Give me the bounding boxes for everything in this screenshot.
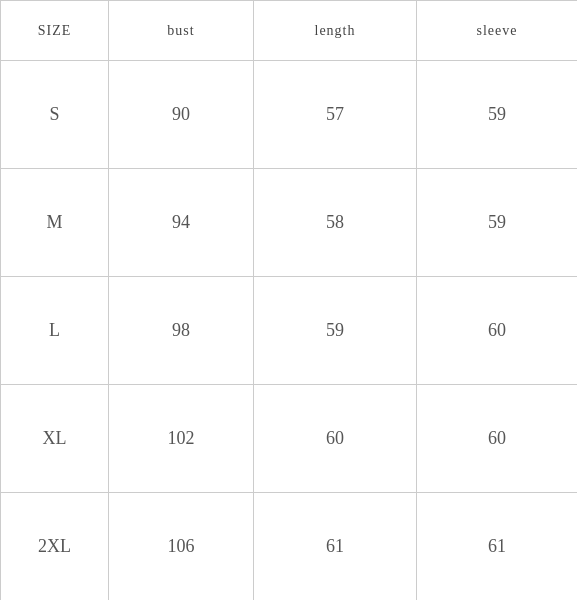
table-row: 2XL1066161 <box>1 493 578 601</box>
cell-bust: 90 <box>109 61 254 169</box>
header-sleeve: sleeve <box>417 1 578 61</box>
cell-size: XL <box>1 385 109 493</box>
cell-length: 58 <box>254 169 417 277</box>
cell-sleeve: 59 <box>417 61 578 169</box>
cell-length: 59 <box>254 277 417 385</box>
header-bust: bust <box>109 1 254 61</box>
cell-sleeve: 60 <box>417 385 578 493</box>
table-row: L985960 <box>1 277 578 385</box>
cell-sleeve: 59 <box>417 169 578 277</box>
table-row: S905759 <box>1 61 578 169</box>
cell-bust: 106 <box>109 493 254 601</box>
cell-size: L <box>1 277 109 385</box>
cell-length: 57 <box>254 61 417 169</box>
cell-length: 60 <box>254 385 417 493</box>
header-size: SIZE <box>1 1 109 61</box>
cell-size: S <box>1 61 109 169</box>
header-row: SIZE bust length sleeve <box>1 1 578 61</box>
cell-sleeve: 61 <box>417 493 578 601</box>
cell-bust: 102 <box>109 385 254 493</box>
table-row: XL1026060 <box>1 385 578 493</box>
header-length: length <box>254 1 417 61</box>
cell-bust: 94 <box>109 169 254 277</box>
cell-bust: 98 <box>109 277 254 385</box>
cell-length: 61 <box>254 493 417 601</box>
cell-size: 2XL <box>1 493 109 601</box>
cell-size: M <box>1 169 109 277</box>
size-chart: SIZE bust length sleeve S905759M945859L9… <box>0 0 577 600</box>
cell-sleeve: 60 <box>417 277 578 385</box>
table-row: M945859 <box>1 169 578 277</box>
